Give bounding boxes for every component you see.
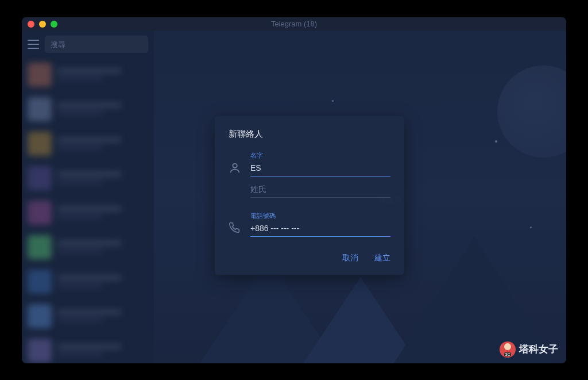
phone-label: 電話號碼: [250, 212, 390, 220]
sidebar: [22, 31, 154, 363]
new-contact-modal: 新聯絡人 名字: [215, 116, 404, 275]
app-body: 傳訊息 新聯絡人 名字: [22, 31, 566, 363]
close-window-button[interactable]: [28, 21, 34, 28]
svg-point-0: [233, 163, 237, 167]
chat-list-item[interactable]: [22, 299, 154, 333]
menu-icon[interactable]: [28, 40, 39, 49]
chat-list-item[interactable]: [22, 264, 154, 299]
watermark: 塔科女子: [500, 341, 558, 358]
watermark-text: 塔科女子: [519, 343, 558, 356]
watermark-icon: [500, 341, 516, 358]
titlebar: Telegram (18): [22, 17, 566, 31]
chat-area: 傳訊息 新聯絡人 名字: [154, 31, 566, 363]
chat-list-item[interactable]: [22, 57, 154, 92]
last-name-input[interactable]: [250, 182, 390, 198]
first-name-input[interactable]: [250, 161, 390, 176]
sidebar-header: [22, 31, 154, 57]
search-input[interactable]: [51, 40, 142, 49]
chat-list-item[interactable]: [22, 161, 154, 195]
window-title: Telegram (18): [271, 20, 317, 28]
chat-list-item[interactable]: [22, 126, 154, 161]
star-decoration: [495, 140, 497, 143]
chat-list-item[interactable]: [22, 333, 154, 363]
first-name-label: 名字: [250, 151, 390, 160]
phone-input[interactable]: [250, 221, 390, 237]
chat-list-item[interactable]: [22, 230, 154, 264]
person-icon: [229, 162, 241, 174]
minimize-window-button[interactable]: [39, 21, 46, 28]
star-decoration: [332, 100, 334, 102]
cancel-button[interactable]: 取消: [342, 251, 358, 266]
moon-decoration: [497, 66, 566, 158]
chat-list-item[interactable]: [22, 195, 154, 230]
star-decoration: [530, 227, 532, 228]
traffic-lights: [28, 21, 57, 28]
app-window: Telegram (18) 傳訊息: [22, 17, 566, 363]
chat-list[interactable]: [22, 57, 154, 363]
maximize-window-button[interactable]: [51, 21, 57, 28]
chat-list-item[interactable]: [22, 92, 154, 126]
phone-icon: [229, 222, 241, 235]
create-button[interactable]: 建立: [374, 251, 390, 266]
modal-title: 新聯絡人: [229, 129, 390, 140]
search-box[interactable]: [45, 36, 148, 53]
